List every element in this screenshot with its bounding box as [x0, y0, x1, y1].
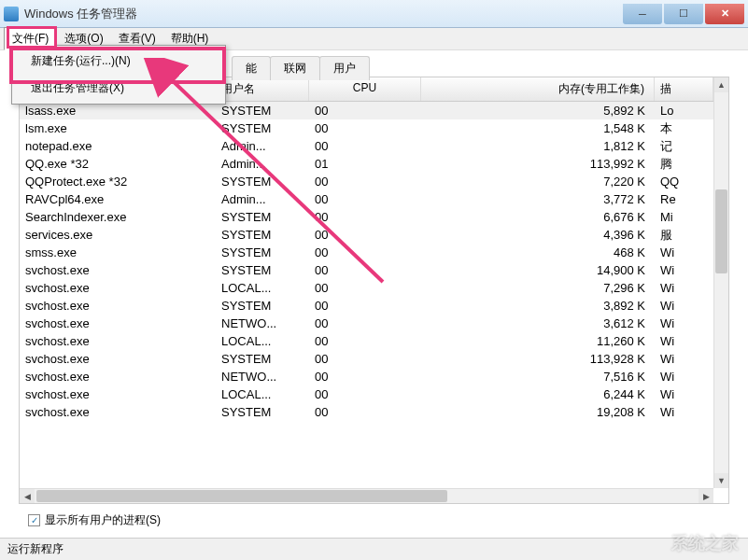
cell-mem: 3,772 K — [421, 192, 655, 206]
table-row[interactable]: svchost.exeNETWO...003,612 KWi — [20, 315, 713, 332]
col-cpu[interactable]: CPU — [309, 77, 421, 101]
cell-name: svchost.exe — [20, 405, 216, 419]
scroll-right-button[interactable]: ▶ — [699, 489, 713, 503]
cell-user: Admin... — [216, 139, 309, 153]
cell-user: Admin... — [216, 157, 309, 171]
cell-mem: 3,612 K — [421, 316, 655, 330]
col-desc[interactable]: 描 — [655, 77, 713, 101]
cell-user: SYSTEM — [216, 228, 309, 242]
cell-mem: 6,244 K — [421, 387, 655, 401]
table-row[interactable]: QQProtect.exe *32SYSTEM007,220 KQQ — [20, 173, 713, 190]
cell-name: lsass.exe — [20, 104, 216, 118]
table-row[interactable]: svchost.exeSYSTEM0019,208 KWi — [20, 403, 713, 421]
show-all-users-checkbox[interactable]: ✓ — [28, 514, 40, 526]
status-text: 运行新程序 — [7, 541, 64, 557]
process-table: 映像名称 用户名 CPU 内存(专用工作集) 描 lsass.exeSYSTEM… — [20, 77, 713, 488]
cell-user: NETWO... — [216, 316, 309, 330]
maximize-button[interactable]: ☐ — [664, 4, 703, 24]
cell-desc: Wi — [655, 263, 713, 277]
cell-name: svchost.exe — [20, 387, 216, 401]
cell-desc: Re — [655, 192, 713, 206]
cell-name: svchost.exe — [20, 316, 216, 330]
cell-user: SYSTEM — [216, 175, 309, 189]
cell-cpu: 00 — [309, 228, 421, 242]
show-all-users-row[interactable]: ✓ 显示所有用户的进程(S) — [28, 512, 161, 528]
col-user-name[interactable]: 用户名 — [216, 77, 309, 101]
cell-user: Admin... — [216, 192, 309, 206]
col-memory[interactable]: 内存(专用工作集) — [421, 77, 655, 101]
menu-new-task[interactable]: 新建任务(运行...)(N) — [14, 48, 223, 75]
table-row[interactable]: lsm.exeSYSTEM001,548 K本 — [20, 119, 713, 137]
show-all-users-label: 显示所有用户的进程(S) — [45, 512, 161, 528]
cell-cpu: 00 — [309, 281, 421, 295]
scroll-down-button[interactable]: ▼ — [714, 473, 728, 488]
menu-exit[interactable]: 退出任务管理器(X) — [14, 75, 223, 102]
table-row[interactable]: notepad.exeAdmin...001,812 K记 — [20, 137, 713, 155]
cell-cpu: 00 — [309, 299, 421, 313]
cell-desc: 服 — [655, 227, 713, 244]
cell-name: svchost.exe — [20, 299, 216, 313]
tab-network[interactable]: 联网 — [270, 56, 320, 80]
cell-cpu: 00 — [309, 316, 421, 330]
cell-cpu: 00 — [309, 121, 421, 135]
cell-user: LOCAL... — [216, 334, 309, 348]
cell-mem: 468 K — [421, 245, 655, 259]
cell-name: SearchIndexer.exe — [20, 210, 216, 224]
table-row[interactable]: RAVCpl64.exeAdmin...003,772 KRe — [20, 190, 713, 208]
close-button[interactable]: ✕ — [705, 4, 744, 24]
table-row[interactable]: services.exeSYSTEM004,396 K服 — [20, 226, 713, 244]
cell-desc: Wi — [655, 245, 713, 259]
tab-performance[interactable]: 能 — [232, 56, 271, 80]
cell-desc: Mi — [655, 210, 713, 224]
table-row[interactable]: svchost.exeSYSTEM00113,928 KWi — [20, 350, 713, 368]
cell-user: SYSTEM — [216, 210, 309, 224]
horizontal-scrollbar[interactable]: ◀ ▶ — [20, 488, 713, 503]
cell-mem: 11,260 K — [421, 334, 655, 348]
cell-mem: 113,928 K — [421, 352, 655, 366]
cell-name: svchost.exe — [20, 334, 216, 348]
table-row[interactable]: smss.exeSYSTEM00468 KWi — [20, 244, 713, 261]
table-row[interactable]: svchost.exeLOCAL...006,244 KWi — [20, 385, 713, 403]
window-title: Windows 任务管理器 — [24, 6, 623, 22]
menu-file[interactable]: 文件(F) — [4, 27, 57, 50]
cell-user: SYSTEM — [216, 299, 309, 313]
table-row[interactable]: svchost.exeLOCAL...007,296 KWi — [20, 279, 713, 297]
cell-user: SYSTEM — [216, 263, 309, 277]
window-controls: ─ ☐ ✕ — [623, 4, 744, 24]
cell-cpu: 01 — [309, 157, 421, 171]
cell-mem: 1,548 K — [421, 121, 655, 135]
minimize-button[interactable]: ─ — [623, 4, 662, 24]
table-row[interactable]: svchost.exeSYSTEM0014,900 KWi — [20, 261, 713, 279]
cell-mem: 7,220 K — [421, 175, 655, 189]
scroll-up-button[interactable]: ▲ — [714, 77, 728, 92]
scroll-left-button[interactable]: ◀ — [20, 489, 35, 503]
cell-mem: 6,676 K — [421, 210, 655, 224]
table-row[interactable]: SearchIndexer.exeSYSTEM006,676 KMi — [20, 208, 713, 226]
cell-mem: 19,208 K — [421, 405, 655, 419]
cell-cpu: 00 — [309, 334, 421, 348]
hscroll-thumb[interactable] — [36, 490, 447, 502]
cell-desc: Wi — [655, 370, 713, 384]
cell-name: QQProtect.exe *32 — [20, 175, 216, 189]
tab-users[interactable]: 用户 — [319, 56, 370, 80]
cell-mem: 113,992 K — [421, 157, 655, 171]
cell-name: svchost.exe — [20, 281, 216, 295]
cell-desc: Wi — [655, 334, 713, 348]
table-row[interactable]: svchost.exeLOCAL...0011,260 KWi — [20, 332, 713, 350]
cell-cpu: 00 — [309, 387, 421, 401]
table-row[interactable]: svchost.exeNETWO...007,516 KWi — [20, 368, 713, 385]
cell-mem: 14,900 K — [421, 263, 655, 277]
cell-name: svchost.exe — [20, 352, 216, 366]
cell-desc: 记 — [655, 138, 713, 155]
cell-cpu: 00 — [309, 175, 421, 189]
vscroll-thumb[interactable] — [715, 189, 727, 273]
cell-cpu: 00 — [309, 192, 421, 206]
cell-cpu: 00 — [309, 370, 421, 384]
vertical-scrollbar[interactable]: ▲ ▼ — [713, 77, 728, 488]
cell-name: smss.exe — [20, 245, 216, 259]
statusbar: 运行新程序 — [0, 538, 748, 560]
cell-mem: 5,892 K — [421, 104, 655, 118]
cell-user: SYSTEM — [216, 352, 309, 366]
table-row[interactable]: svchost.exeSYSTEM003,892 KWi — [20, 297, 713, 315]
table-row[interactable]: QQ.exe *32Admin...01113,992 K腾 — [20, 155, 713, 173]
